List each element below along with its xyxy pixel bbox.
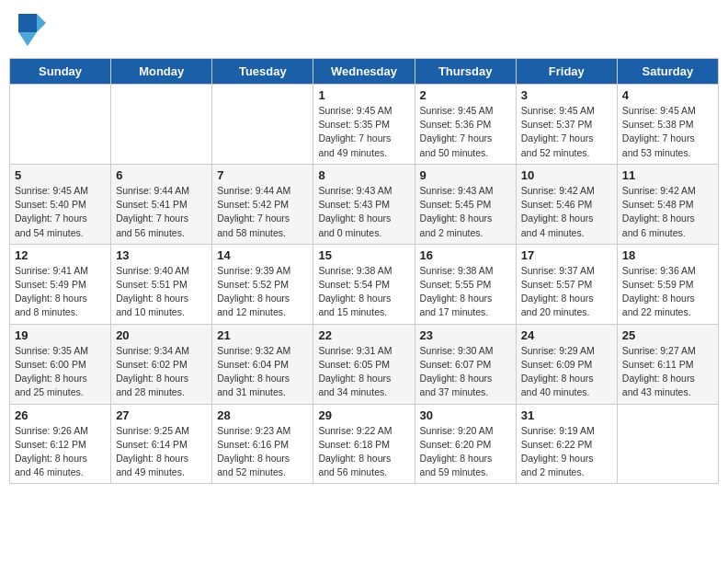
day-number: 24: [521, 328, 612, 342]
day-info: Sunrise: 9:37 AMSunset: 5:57 PMDaylight:…: [521, 264, 612, 320]
day-of-week-header: Saturday: [617, 59, 718, 85]
day-of-week-header: Tuesday: [212, 59, 313, 85]
day-info: Sunrise: 9:45 AMSunset: 5:37 PMDaylight:…: [521, 104, 612, 160]
day-info: Sunrise: 9:30 AMSunset: 6:07 PMDaylight:…: [420, 344, 511, 400]
day-info: Sunrise: 9:19 AMSunset: 6:22 PMDaylight:…: [521, 424, 612, 480]
calendar-cell: 7Sunrise: 9:44 AMSunset: 5:42 PMDaylight…: [212, 164, 313, 244]
day-number: 3: [521, 88, 612, 102]
calendar-cell: 29Sunrise: 9:22 AMSunset: 6:18 PMDayligh…: [313, 404, 415, 484]
day-info: Sunrise: 9:40 AMSunset: 5:51 PMDaylight:…: [116, 264, 207, 320]
svg-marker-2: [18, 32, 37, 46]
day-info: Sunrise: 9:45 AMSunset: 5:38 PMDaylight:…: [622, 104, 713, 160]
calendar-cell: 2Sunrise: 9:45 AMSunset: 5:36 PMDaylight…: [415, 85, 516, 165]
calendar-week-row: 26Sunrise: 9:26 AMSunset: 6:12 PMDayligh…: [10, 404, 719, 484]
logo: [18, 14, 48, 46]
calendar-cell: 17Sunrise: 9:37 AMSunset: 5:57 PMDayligh…: [516, 244, 617, 324]
day-info: Sunrise: 9:44 AMSunset: 5:41 PMDaylight:…: [116, 184, 207, 240]
calendar-cell: 22Sunrise: 9:31 AMSunset: 6:05 PMDayligh…: [313, 324, 415, 404]
day-info: Sunrise: 9:38 AMSunset: 5:55 PMDaylight:…: [420, 264, 511, 320]
day-number: 4: [622, 88, 713, 102]
day-number: 10: [521, 168, 612, 182]
calendar-cell: 1Sunrise: 9:45 AMSunset: 5:35 PMDaylight…: [313, 85, 415, 165]
day-number: 16: [420, 248, 511, 262]
calendar-cell: 27Sunrise: 9:25 AMSunset: 6:14 PMDayligh…: [111, 404, 212, 484]
day-number: 9: [420, 168, 511, 182]
calendar-cell: 16Sunrise: 9:38 AMSunset: 5:55 PMDayligh…: [415, 244, 516, 324]
day-number: 11: [622, 168, 713, 182]
calendar-cell: 12Sunrise: 9:41 AMSunset: 5:49 PMDayligh…: [10, 244, 111, 324]
day-number: 28: [217, 408, 308, 422]
day-number: 22: [318, 328, 409, 342]
page-header: [9, 9, 719, 51]
day-info: Sunrise: 9:41 AMSunset: 5:49 PMDaylight:…: [15, 264, 106, 320]
calendar-cell: 4Sunrise: 9:45 AMSunset: 5:38 PMDaylight…: [617, 85, 718, 165]
day-info: Sunrise: 9:42 AMSunset: 5:46 PMDaylight:…: [521, 184, 612, 240]
calendar-cell: 13Sunrise: 9:40 AMSunset: 5:51 PMDayligh…: [111, 244, 212, 324]
calendar-cell: 6Sunrise: 9:44 AMSunset: 5:41 PMDaylight…: [111, 164, 212, 244]
day-of-week-header: Thursday: [415, 59, 516, 85]
day-info: Sunrise: 9:22 AMSunset: 6:18 PMDaylight:…: [318, 424, 409, 480]
day-of-week-header: Wednesday: [313, 59, 415, 85]
day-number: 29: [318, 408, 409, 422]
day-number: 7: [217, 168, 308, 182]
calendar-header-row: SundayMondayTuesdayWednesdayThursdayFrid…: [10, 59, 719, 85]
calendar-table: SundayMondayTuesdayWednesdayThursdayFrid…: [9, 58, 719, 484]
calendar-cell: [111, 85, 212, 165]
day-of-week-header: Sunday: [10, 59, 111, 85]
calendar-cell: 8Sunrise: 9:43 AMSunset: 5:43 PMDaylight…: [313, 164, 415, 244]
day-of-week-header: Friday: [516, 59, 617, 85]
day-info: Sunrise: 9:38 AMSunset: 5:54 PMDaylight:…: [318, 264, 409, 320]
day-number: 15: [318, 248, 409, 262]
calendar-cell: [212, 85, 313, 165]
day-number: 19: [15, 328, 106, 342]
svg-marker-0: [18, 14, 37, 32]
day-info: Sunrise: 9:42 AMSunset: 5:48 PMDaylight:…: [622, 184, 713, 240]
calendar-cell: 19Sunrise: 9:35 AMSunset: 6:00 PMDayligh…: [10, 324, 111, 404]
day-number: 1: [318, 88, 409, 102]
day-number: 14: [217, 248, 308, 262]
calendar-cell: 23Sunrise: 9:30 AMSunset: 6:07 PMDayligh…: [415, 324, 516, 404]
calendar-cell: 15Sunrise: 9:38 AMSunset: 5:54 PMDayligh…: [313, 244, 415, 324]
calendar-cell: 31Sunrise: 9:19 AMSunset: 6:22 PMDayligh…: [516, 404, 617, 484]
calendar-cell: [10, 85, 111, 165]
calendar-cell: 26Sunrise: 9:26 AMSunset: 6:12 PMDayligh…: [10, 404, 111, 484]
calendar-cell: 30Sunrise: 9:20 AMSunset: 6:20 PMDayligh…: [415, 404, 516, 484]
day-info: Sunrise: 9:35 AMSunset: 6:00 PMDaylight:…: [15, 344, 106, 400]
calendar-cell: [617, 404, 718, 484]
day-info: Sunrise: 9:34 AMSunset: 6:02 PMDaylight:…: [116, 344, 207, 400]
day-info: Sunrise: 9:25 AMSunset: 6:14 PMDaylight:…: [116, 424, 207, 480]
day-number: 26: [15, 408, 106, 422]
day-info: Sunrise: 9:45 AMSunset: 5:35 PMDaylight:…: [318, 104, 409, 160]
day-number: 2: [420, 88, 511, 102]
calendar-cell: 18Sunrise: 9:36 AMSunset: 5:59 PMDayligh…: [617, 244, 718, 324]
calendar-cell: 25Sunrise: 9:27 AMSunset: 6:11 PMDayligh…: [617, 324, 718, 404]
calendar-cell: 20Sunrise: 9:34 AMSunset: 6:02 PMDayligh…: [111, 324, 212, 404]
day-number: 13: [116, 248, 207, 262]
day-info: Sunrise: 9:44 AMSunset: 5:42 PMDaylight:…: [217, 184, 308, 240]
calendar-cell: 14Sunrise: 9:39 AMSunset: 5:52 PMDayligh…: [212, 244, 313, 324]
day-number: 23: [420, 328, 511, 342]
day-info: Sunrise: 9:27 AMSunset: 6:11 PMDaylight:…: [622, 344, 713, 400]
day-number: 6: [116, 168, 207, 182]
day-info: Sunrise: 9:26 AMSunset: 6:12 PMDaylight:…: [15, 424, 106, 480]
calendar-cell: 28Sunrise: 9:23 AMSunset: 6:16 PMDayligh…: [212, 404, 313, 484]
calendar-cell: 21Sunrise: 9:32 AMSunset: 6:04 PMDayligh…: [212, 324, 313, 404]
logo-icon: [18, 14, 46, 46]
calendar-week-row: 1Sunrise: 9:45 AMSunset: 5:35 PMDaylight…: [10, 85, 719, 165]
day-info: Sunrise: 9:45 AMSunset: 5:40 PMDaylight:…: [15, 184, 106, 240]
day-number: 25: [622, 328, 713, 342]
calendar-cell: 3Sunrise: 9:45 AMSunset: 5:37 PMDaylight…: [516, 85, 617, 165]
calendar-week-row: 5Sunrise: 9:45 AMSunset: 5:40 PMDaylight…: [10, 164, 719, 244]
day-number: 17: [521, 248, 612, 262]
day-info: Sunrise: 9:43 AMSunset: 5:45 PMDaylight:…: [420, 184, 511, 240]
calendar-week-row: 19Sunrise: 9:35 AMSunset: 6:00 PMDayligh…: [10, 324, 719, 404]
day-info: Sunrise: 9:39 AMSunset: 5:52 PMDaylight:…: [217, 264, 308, 320]
calendar-cell: 10Sunrise: 9:42 AMSunset: 5:46 PMDayligh…: [516, 164, 617, 244]
day-info: Sunrise: 9:32 AMSunset: 6:04 PMDaylight:…: [217, 344, 308, 400]
day-number: 31: [521, 408, 612, 422]
day-info: Sunrise: 9:45 AMSunset: 5:36 PMDaylight:…: [420, 104, 511, 160]
day-number: 8: [318, 168, 409, 182]
day-info: Sunrise: 9:29 AMSunset: 6:09 PMDaylight:…: [521, 344, 612, 400]
day-info: Sunrise: 9:36 AMSunset: 5:59 PMDaylight:…: [622, 264, 713, 320]
day-number: 18: [622, 248, 713, 262]
